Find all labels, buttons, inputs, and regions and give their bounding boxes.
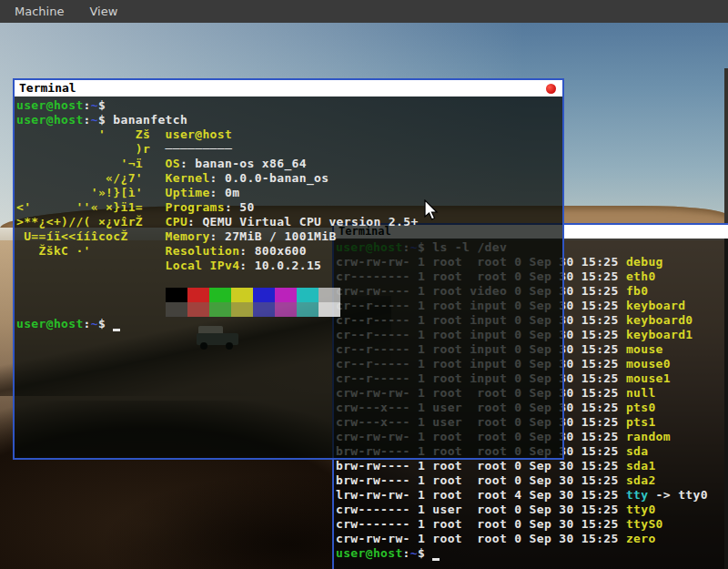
terminal-text: : 0.0.0-banan_os [210, 171, 329, 185]
terminal-line: <' ''« ×}ï1= Programs: 50 [16, 200, 562, 215]
terminal-text: debug [626, 255, 663, 269]
menu-item-machine[interactable]: Machine [15, 5, 64, 18]
terminal-text: : QEMU Virtual CPU version 2.5+ [187, 215, 418, 229]
terminal1-output[interactable]: user@host:~$user@host:~$ bananfetch ' Zš… [15, 97, 562, 458]
terminal-text: : [403, 546, 410, 560]
terminal-line: ' Zš user@host [16, 127, 562, 142]
terminal-text: tty [626, 488, 649, 502]
terminal-text: ~ [91, 317, 98, 330]
terminal-text: pts1 [626, 415, 656, 429]
palette-swatch [187, 302, 209, 317]
terminal-text: '¬ï [16, 157, 166, 170]
terminal-text: : 10.0.2.15 [239, 259, 321, 272]
palette-swatch [318, 288, 340, 302]
terminal-text: tty0 [626, 503, 656, 516]
close-button-icon[interactable] [546, 84, 556, 94]
palette-swatch [253, 288, 275, 302]
terminal-text [16, 302, 166, 316]
terminal-text: crw-rw-rw- 1 root root 0 Sep 30 15:25 [336, 532, 626, 545]
terminal-line: crw------- 1 user root 0 Sep 30 15:25 tt… [336, 503, 728, 517]
terminal1-title-bar[interactable]: Terminal [15, 80, 562, 97]
terminal-text: OS [166, 157, 180, 170]
palette-swatch [297, 302, 318, 317]
terminal-line: U==íï<<ííîcocŽ Memory: 27MiB / 1001MiB [16, 229, 562, 244]
terminal-line: user@host:~$ [336, 546, 728, 561]
palette-swatch [275, 288, 297, 302]
terminal-text: Uptime [166, 186, 210, 199]
terminal-text: Resolution [166, 244, 240, 258]
text-cursor [432, 548, 440, 561]
terminal-line: crw-rw-rw- 1 root root 0 Sep 30 15:25 ze… [336, 532, 728, 546]
terminal-text [16, 288, 166, 301]
terminal-line: «/¿7' Kernel: 0.0.0-banan_os [16, 171, 562, 186]
terminal-line: Local IPv4: 10.0.2.15 [16, 259, 562, 273]
terminal-text: sda2 [626, 473, 656, 487]
terminal-text: $ [98, 113, 113, 127]
terminal-text: ───────── [166, 142, 233, 156]
mouse-cursor-icon [424, 199, 440, 221]
palette-swatch [253, 302, 275, 317]
terminal-text: CPU [166, 215, 188, 229]
terminal-text: user@host [16, 113, 84, 127]
palette-swatch [209, 288, 231, 302]
terminal-text: : 50 [225, 200, 255, 214]
terminal-text [16, 259, 166, 272]
terminal-text: keyboard [626, 299, 685, 312]
terminal-text: : [84, 98, 91, 112]
terminal-text: zero [626, 532, 656, 545]
terminal-line: '¬ï OS: banan-os x86_64 [16, 157, 562, 171]
terminal-text: random [626, 430, 671, 443]
terminal-text: mouse [626, 342, 663, 356]
palette-swatch [275, 302, 297, 317]
terminal-text: mouse0 [626, 357, 671, 371]
terminal-line: brw-rw---- 1 root root 0 Sep 30 15:25 sd… [336, 473, 728, 488]
terminal-text: user@host [16, 317, 84, 330]
terminal-line [16, 288, 562, 302]
terminal-text: eth0 [626, 269, 656, 283]
terminal-text: pts0 [626, 401, 656, 414]
palette-swatch [297, 288, 318, 302]
text-cursor [113, 319, 120, 331]
terminal-text: $ [418, 546, 432, 560]
terminal-line: user@host:~$ [16, 98, 562, 113]
terminal-text: sda [626, 444, 649, 458]
palette-swatch [187, 288, 209, 302]
terminal-line: lrw-rw-rw- 1 root root 4 Sep 30 15:25 tt… [336, 488, 728, 503]
terminal-text: keyboard1 [626, 328, 693, 341]
terminal1-title: Terminal [19, 80, 76, 97]
terminal-text: crw------- 1 user root 0 Sep 30 15:25 [336, 503, 626, 516]
terminal-text: >**¿<+)//( ×¿vîrŽ [16, 215, 166, 229]
terminal-line: user@host:~$ bananfetch [16, 113, 562, 127]
terminal-text: Local IPv4 [166, 259, 240, 272]
vm-menu-bar: Machine View [0, 0, 728, 23]
terminal-text: ~ [410, 546, 418, 560]
terminal-line: brw-rw---- 1 root root 0 Sep 30 15:25 sd… [336, 459, 728, 473]
terminal-text: null [626, 386, 656, 400]
terminal-text: keyboard0 [626, 313, 693, 327]
terminal-text: «/¿7' [16, 171, 166, 185]
terminal-text: : [84, 113, 91, 127]
terminal-line: ŽškC ·' Resolution: 800x600 [16, 244, 562, 259]
terminal-text: )r [16, 142, 166, 156]
palette-swatch [231, 302, 253, 317]
palette-swatch [166, 288, 187, 302]
terminal-text: user@host [166, 127, 233, 141]
terminal-text: sda1 [626, 459, 656, 472]
terminal-text: ~ [91, 98, 98, 112]
terminal-text: ŽškC ·' [16, 244, 166, 258]
terminal-window-focused[interactable]: Terminal user@host:~$user@host:~$ bananf… [13, 78, 564, 460]
terminal-text: -> tty0 [648, 488, 707, 502]
terminal-text: Memory [166, 229, 210, 243]
menu-item-view[interactable]: View [89, 5, 117, 18]
terminal-text: <' ''« ×}ï1= [16, 200, 166, 214]
terminal-text: lrw-rw-rw- 1 root root 4 Sep 30 15:25 [336, 488, 626, 502]
terminal-text: brw-rw---- 1 root root 0 Sep 30 15:25 [336, 459, 626, 472]
terminal-text: ttyS0 [626, 517, 663, 531]
terminal-text: ' Zš [16, 127, 166, 141]
terminal-text: user@host [336, 546, 403, 560]
terminal-text: ~ [91, 113, 98, 127]
terminal-text: bananfetch [113, 113, 187, 127]
palette-swatch [231, 288, 253, 302]
terminal-text: Kernel [166, 171, 210, 185]
terminal-text: : [84, 317, 91, 330]
